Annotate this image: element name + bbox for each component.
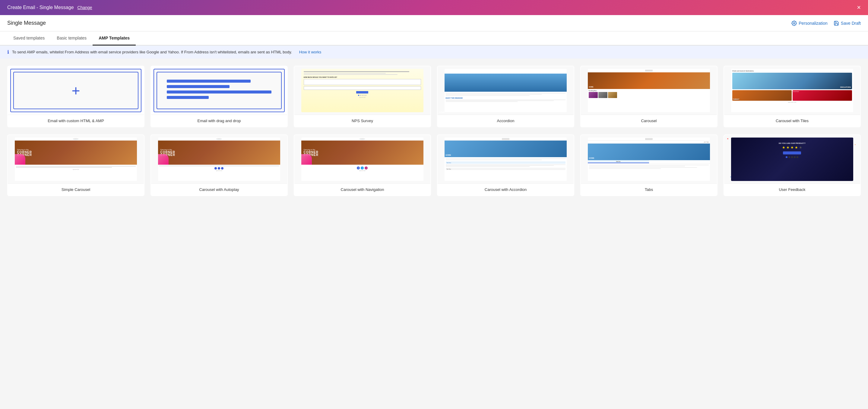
template-carousel-accordion[interactable]: HOME Tab One Tab Two Ca bbox=[437, 134, 574, 196]
dd-line-2 bbox=[167, 85, 229, 88]
template-custom-html[interactable]: + Email with custom HTML & AMP bbox=[7, 66, 145, 127]
header-left: Create Email - Single Message Change bbox=[7, 5, 92, 10]
template-label-accordion: Accordion bbox=[438, 115, 574, 127]
template-preview-user-feedback: DO YOU LIKE OUR PRODUCT? ★ ★ ★ ★ ★ bbox=[724, 135, 860, 183]
template-preview-nps: HOW MUCH WOULD YOU WANT TO RATE US? appm… bbox=[294, 66, 430, 115]
template-label-tabs: Tabs bbox=[581, 183, 717, 195]
tabs-bar: Saved templates Basic templates AMP Temp… bbox=[0, 31, 868, 45]
carousel-tiles-visual: Check and reserve! destinations. SINGAPO… bbox=[731, 69, 854, 112]
corner-nav-visual: Dancing in the CORNER CORNER f t bbox=[301, 137, 424, 181]
change-link[interactable]: Change bbox=[78, 5, 92, 10]
tab-basic[interactable]: Basic templates bbox=[51, 31, 93, 45]
template-preview-carousel-tiles: Check and reserve! destinations. SINGAPO… bbox=[724, 66, 860, 115]
tab-saved[interactable]: Saved templates bbox=[7, 31, 51, 45]
template-grid-row1: + Email with custom HTML & AMP Email wit… bbox=[0, 59, 868, 134]
info-banner: ℹ To send AMP emails, whitelist From Add… bbox=[0, 45, 868, 59]
template-preview-accordion: HOME ENJOY THIS WEEKEND bbox=[438, 66, 574, 115]
template-label-carousel-nav: Carousel with Navigation bbox=[294, 183, 430, 195]
carousel-visual: HOME Trending Now bbox=[588, 69, 710, 112]
add-icon: + bbox=[71, 82, 80, 99]
how-it-works-link[interactable]: How it works bbox=[299, 50, 321, 54]
template-label-user-feedback: User Feedback bbox=[724, 183, 860, 195]
corner-visual: Dancing in the CORNER CORNER appmaster.s… bbox=[15, 137, 137, 181]
template-carousel-autoplay[interactable]: Dancing in the CORNER CORNER appmaster.s… bbox=[151, 134, 288, 196]
svg-point-0 bbox=[794, 22, 795, 24]
template-preview-carousel-nav: Dancing in the CORNER CORNER f t bbox=[294, 135, 430, 183]
template-label-custom-html: Email with custom HTML & AMP bbox=[8, 115, 144, 127]
page-title: Single Message bbox=[7, 20, 46, 26]
info-icon: ℹ bbox=[7, 49, 9, 55]
personalization-label: Personalization bbox=[799, 21, 828, 26]
header-title: Create Email - Single Message bbox=[7, 5, 74, 10]
template-preview-carousel-accordion: HOME Tab One Tab Two bbox=[438, 135, 574, 183]
corner-autoplay-visual: Dancing in the CORNER CORNER appmaster.s… bbox=[158, 137, 280, 181]
car-acc-visual: HOME Tab One Tab Two bbox=[444, 137, 567, 181]
save-icon bbox=[834, 21, 839, 26]
header-actions: Personalization Save Draft bbox=[792, 21, 861, 26]
template-preview-tabs: your logo HOME Tab One bbox=[581, 135, 717, 183]
personalization-button[interactable]: Personalization bbox=[792, 21, 828, 26]
dd-line-1 bbox=[167, 80, 251, 83]
template-preview-custom-html: + bbox=[10, 69, 142, 112]
template-label-drag-drop: Email with drag and drop bbox=[151, 115, 287, 127]
template-user-feedback[interactable]: DO YOU LIKE OUR PRODUCT? ★ ★ ★ ★ ★ bbox=[723, 134, 861, 196]
nps-visual: HOW MUCH WOULD YOU WANT TO RATE US? appm… bbox=[301, 69, 424, 112]
save-draft-button[interactable]: Save Draft bbox=[834, 21, 861, 26]
template-carousel-tiles[interactable]: Check and reserve! destinations. SINGAPO… bbox=[723, 66, 861, 127]
template-preview-simple-carousel: Dancing in the CORNER CORNER appmaster.s… bbox=[8, 135, 144, 183]
accordion-visual: HOME ENJOY THIS WEEKEND bbox=[444, 69, 567, 112]
gear-icon bbox=[792, 21, 797, 26]
template-nps[interactable]: HOW MUCH WOULD YOU WANT TO RATE US? appm… bbox=[294, 66, 431, 127]
template-label-carousel: Carousel bbox=[581, 115, 717, 127]
template-label-carousel-autoplay: Carousel with Autoplay bbox=[151, 183, 287, 195]
dd-line-4 bbox=[167, 96, 209, 99]
template-accordion[interactable]: HOME ENJOY THIS WEEKEND Accordion bbox=[437, 66, 574, 127]
template-label-simple-carousel: Simple Carousel bbox=[8, 183, 144, 195]
close-button[interactable]: × bbox=[857, 4, 861, 11]
template-carousel[interactable]: HOME Trending Now Carousel bbox=[580, 66, 717, 127]
template-grid-row2: Dancing in the CORNER CORNER appmaster.s… bbox=[0, 134, 868, 203]
template-preview-carousel: HOME Trending Now bbox=[581, 66, 717, 115]
template-label-carousel-accordion: Carousel with Accordion bbox=[438, 183, 574, 195]
feedback-visual: DO YOU LIKE OUR PRODUCT? ★ ★ ★ ★ ★ bbox=[731, 137, 854, 181]
info-text: To send AMP emails, whitelist From Addre… bbox=[12, 50, 292, 54]
template-label-nps: NPS Survey bbox=[294, 115, 430, 127]
header: Create Email - Single Message Change × bbox=[0, 0, 868, 15]
tabs-visual: your logo HOME Tab One bbox=[588, 137, 710, 181]
drag-drop-visual bbox=[162, 75, 276, 106]
template-carousel-nav[interactable]: Dancing in the CORNER CORNER f t bbox=[294, 134, 431, 196]
template-drag-drop[interactable]: Email with drag and drop bbox=[151, 66, 288, 127]
template-label-carousel-tiles: Carousel with Tiles bbox=[724, 115, 860, 127]
tab-amp[interactable]: AMP Templates bbox=[93, 31, 136, 45]
save-draft-label: Save Draft bbox=[841, 21, 861, 26]
template-tabs[interactable]: your logo HOME Tab One bbox=[580, 134, 717, 196]
template-simple-carousel[interactable]: Dancing in the CORNER CORNER appmaster.s… bbox=[7, 134, 145, 196]
sub-header: Single Message Personalization Save Draf… bbox=[0, 15, 868, 31]
template-preview-carousel-autoplay: Dancing in the CORNER CORNER appmaster.s… bbox=[151, 135, 287, 183]
dd-line-3 bbox=[167, 91, 272, 94]
template-preview-drag-drop bbox=[154, 69, 285, 112]
page-footer bbox=[0, 203, 868, 209]
